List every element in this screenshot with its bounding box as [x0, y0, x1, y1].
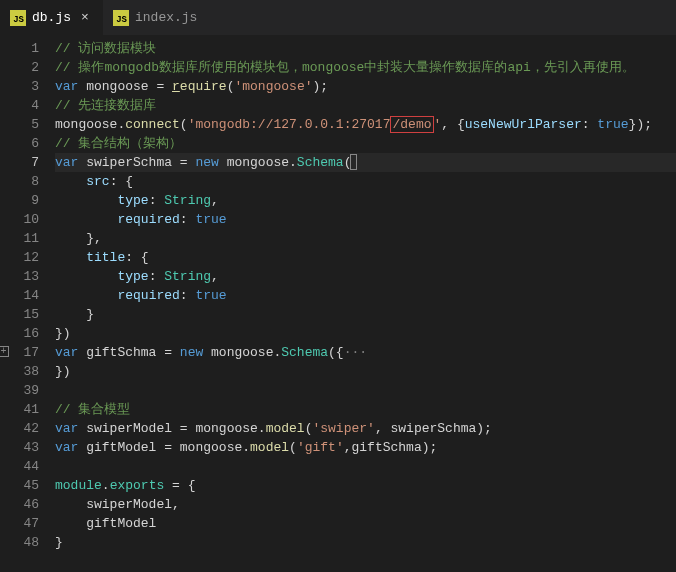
tab-index-js[interactable]: JS index.js: [103, 0, 207, 35]
line-number: 38: [0, 362, 39, 381]
line-number: 43: [0, 438, 39, 457]
line-number: 4: [0, 96, 39, 115]
line-number: 11: [0, 229, 39, 248]
line-number: 15: [0, 305, 39, 324]
tab-label: db.js: [32, 10, 71, 25]
line-number: 39: [0, 381, 39, 400]
line-number: 8: [0, 172, 39, 191]
js-file-icon: JS: [113, 10, 129, 26]
fold-expand-icon[interactable]: +: [0, 346, 9, 357]
line-number: 13: [0, 267, 39, 286]
line-number: 14: [0, 286, 39, 305]
line-number: 46: [0, 495, 39, 514]
line-number: 12: [0, 248, 39, 267]
editor-area: 1 2 3 4 5 6 7 8 9 10 11 12 13 14 15 16 +…: [0, 35, 676, 572]
line-number: 5: [0, 115, 39, 134]
code-text: // 操作mongodb数据库所使用的模块包，mongoose中封装大量操作数据…: [55, 60, 635, 75]
line-number: 44: [0, 457, 39, 476]
line-gutter: 1 2 3 4 5 6 7 8 9 10 11 12 13 14 15 16 +…: [0, 35, 55, 572]
line-number: 48: [0, 533, 39, 552]
js-file-icon: JS: [10, 10, 26, 26]
cursor: [350, 154, 357, 170]
line-number: 16: [0, 324, 39, 343]
highlighted-path: /demo: [390, 116, 433, 133]
line-number: 45: [0, 476, 39, 495]
line-number: 2: [0, 58, 39, 77]
line-number: 3: [0, 77, 39, 96]
line-number: 7: [0, 153, 39, 172]
line-number: 6: [0, 134, 39, 153]
tab-bar: JS db.js × JS index.js: [0, 0, 676, 35]
tab-label: index.js: [135, 10, 197, 25]
line-number: +17: [0, 343, 39, 362]
line-number: 10: [0, 210, 39, 229]
line-number: 9: [0, 191, 39, 210]
code-content[interactable]: // 访问数据模块 // 操作mongodb数据库所使用的模块包，mongoos…: [55, 35, 676, 572]
line-number: 42: [0, 419, 39, 438]
line-number: 41: [0, 400, 39, 419]
code-text: // 访问数据模块: [55, 41, 156, 56]
tab-db-js[interactable]: JS db.js ×: [0, 0, 103, 35]
line-number: 1: [0, 39, 39, 58]
close-icon[interactable]: ×: [77, 10, 93, 26]
line-number: 47: [0, 514, 39, 533]
